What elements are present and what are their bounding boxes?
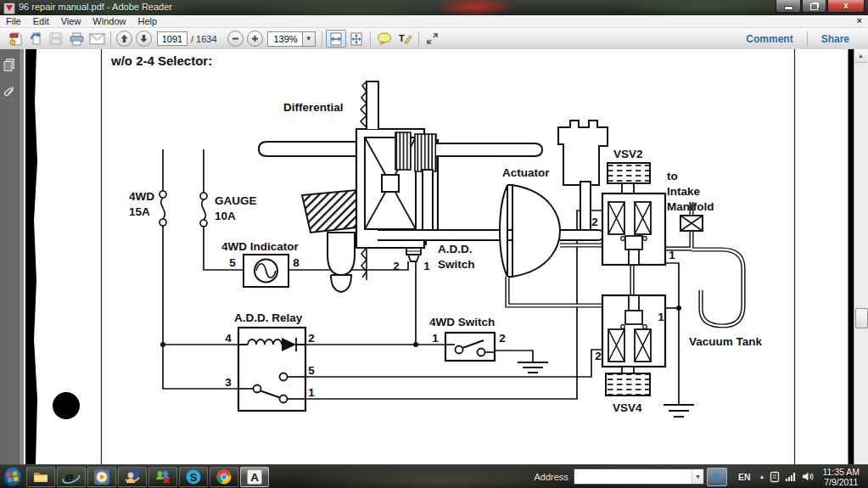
taskbar-internet-explorer[interactable]: e: [57, 467, 86, 487]
menu-file[interactable]: File: [0, 15, 27, 27]
terminal-relay-4: 4: [225, 332, 232, 345]
terminal-relay-3: 3: [225, 376, 232, 389]
indicator-4wd: [244, 255, 288, 287]
label-add-switch-2: Switch: [438, 258, 475, 271]
toolbar: / 1634 139% ▼ T Comment: [0, 28, 868, 50]
save-icon[interactable]: [46, 30, 66, 48]
menu-view[interactable]: View: [55, 15, 87, 27]
taskbar-user-app[interactable]: [118, 467, 147, 487]
menu-help[interactable]: Help: [132, 15, 163, 27]
label-4wd-switch: 4WD Switch: [429, 316, 495, 328]
restore-button[interactable]: [802, 0, 826, 13]
terminal-indicator-5: 5: [229, 256, 236, 269]
svg-text:S: S: [190, 470, 198, 483]
label-vsv2: VSV2: [613, 148, 643, 160]
clock-date: 7/9/2011: [822, 477, 860, 487]
page-thumbnails-icon[interactable]: [3, 58, 16, 73]
print-icon[interactable]: [66, 30, 87, 48]
share-panel-button[interactable]: Share: [811, 33, 860, 45]
sign-icon[interactable]: T: [395, 30, 415, 48]
label-fuse2-rating: 10A: [215, 210, 236, 222]
scan-dot: [53, 392, 80, 419]
terminal-vsv4-2: 2: [595, 350, 602, 362]
menu-bar: File Edit View Window Help ×: [0, 15, 868, 28]
taskbar-media-player[interactable]: [87, 467, 116, 487]
menu-window[interactable]: Window: [87, 15, 132, 27]
taskbar-windows-explorer[interactable]: [26, 467, 55, 487]
email-icon[interactable]: [87, 30, 107, 48]
taskbar-chrome[interactable]: [210, 467, 238, 487]
export-pdf-icon[interactable]: [25, 30, 46, 48]
fit-page-icon[interactable]: [346, 30, 367, 48]
tray-expand-icon[interactable]: ▲: [759, 474, 764, 480]
previous-page-icon[interactable]: [116, 31, 132, 47]
label-intake-1: to: [667, 170, 678, 182]
close-button[interactable]: x: [827, 0, 865, 13]
check-valve: [680, 216, 703, 231]
label-actuator: Actuator: [502, 166, 550, 179]
open-file-icon[interactable]: [5, 30, 25, 48]
address-go-button[interactable]: [707, 468, 727, 486]
pdf-page[interactable]: w/o 2-4 Selector: Differential 4WD 15A G…: [24, 49, 854, 464]
terminal-indicator-8: 8: [293, 256, 300, 269]
taskbar-clock[interactable]: 11:35 AM 7/9/2011: [822, 467, 860, 487]
terminal-vsv2-1: 1: [669, 249, 675, 261]
address-dropdown-icon[interactable]: ▼: [692, 469, 703, 484]
language-indicator[interactable]: EN: [738, 472, 751, 482]
switch-4wd: [445, 333, 495, 361]
fullscreen-icon[interactable]: [423, 30, 443, 48]
taskbar-adobe-reader[interactable]: A: [240, 467, 269, 487]
minimize-button[interactable]: [776, 0, 801, 13]
address-toolbar: Address ▼: [535, 468, 732, 486]
label-indicator: 4WD Indicator: [221, 240, 300, 253]
start-button[interactable]: [0, 466, 25, 488]
label-intake-3: Manifold: [667, 200, 714, 213]
pdf-app-icon[interactable]: [3, 3, 15, 14]
network-icon[interactable]: [785, 472, 797, 482]
label-vacuum-tank: Vacuum Tank: [689, 335, 763, 348]
svg-text:A: A: [250, 471, 259, 484]
taskbar-messenger-offline[interactable]: [148, 467, 177, 487]
desktop: 96 repair manual.pdf - Adobe Reader x Fi…: [0, 0, 868, 488]
volume-icon[interactable]: [802, 471, 814, 482]
terminal-add-2: 2: [393, 260, 400, 272]
document-close-icon[interactable]: ×: [857, 15, 862, 26]
address-input[interactable]: [574, 470, 692, 483]
zoom-out-icon[interactable]: [227, 31, 244, 47]
terminal-relay-5: 5: [308, 364, 315, 377]
label-fuse1-rating: 15A: [129, 205, 150, 218]
zoom-dropdown-icon[interactable]: ▼: [302, 32, 315, 46]
terminal-4wd-2: 2: [499, 332, 506, 345]
comment-balloon-icon[interactable]: [374, 30, 395, 48]
terminal-4wd-1: 1: [432, 332, 439, 345]
terminal-add-1: 1: [423, 260, 430, 272]
title-bar[interactable]: 96 repair manual.pdf - Adobe Reader x: [0, 0, 868, 15]
diagram-title: w/o 2-4 Selector:: [110, 53, 212, 68]
zoom-in-icon[interactable]: [247, 31, 263, 47]
terminal-vsv2-2: 2: [591, 216, 598, 228]
fit-width-icon[interactable]: [326, 30, 346, 48]
attachments-icon[interactable]: [3, 83, 16, 102]
scrollbar-thumb[interactable]: [855, 308, 868, 328]
comment-panel-button[interactable]: Comment: [736, 33, 803, 45]
label-fuse1-name: 4WD: [129, 190, 154, 203]
scroll-up-icon[interactable]: ▲: [854, 49, 867, 63]
address-label: Address: [535, 472, 568, 482]
navigation-pane: [0, 49, 20, 464]
label-vsv4: VSV4: [613, 401, 642, 414]
zoom-level-control[interactable]: 139% ▼: [267, 31, 316, 47]
label-differential: Differential: [283, 101, 344, 114]
svg-text:T: T: [399, 33, 405, 43]
taskbar-skype[interactable]: S: [179, 467, 208, 487]
clock-time: 11:35 AM: [822, 467, 860, 477]
terminal-relay-1: 1: [308, 386, 315, 399]
label-intake-2: Intake: [667, 185, 701, 198]
menu-edit[interactable]: Edit: [27, 15, 55, 27]
terminal-relay-2: 2: [308, 332, 315, 345]
action-center-icon[interactable]: [770, 471, 780, 483]
vertical-scrollbar[interactable]: ▲: [854, 49, 868, 464]
next-page-icon[interactable]: [136, 31, 152, 47]
page-number-input[interactable]: [157, 31, 188, 46]
taskbar: e: [0, 464, 868, 488]
page-count-label: / 1634: [191, 34, 217, 44]
